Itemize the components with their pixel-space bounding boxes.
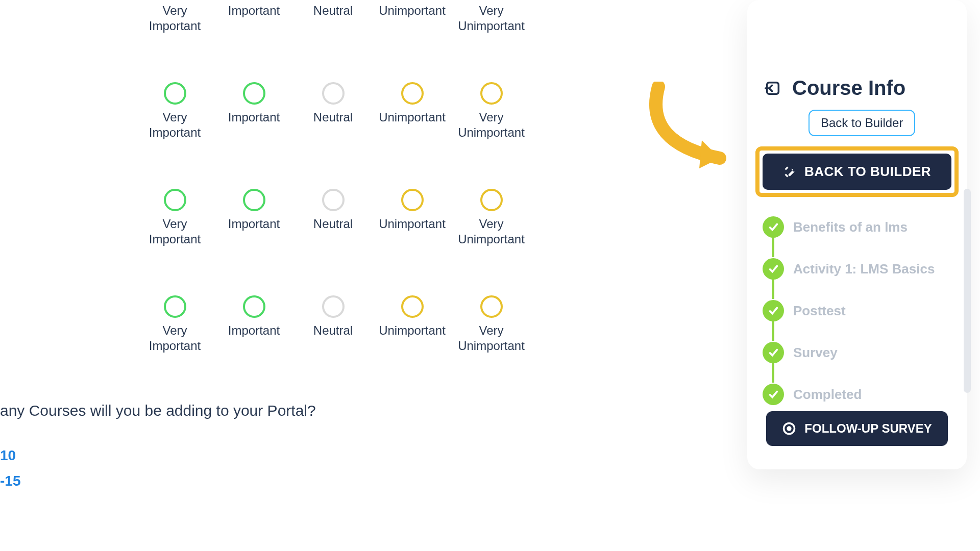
matrix-options: VeryImportant Important Neutral Unimport… bbox=[135, 295, 531, 354]
progress-label: Activity 1: LMS Basics bbox=[793, 261, 935, 277]
followup-survey-button[interactable]: FOLLOW-UP SURVEY bbox=[766, 411, 948, 446]
progress-label: Survey bbox=[793, 345, 838, 361]
back-to-builder-tooltip: Back to Builder bbox=[808, 110, 915, 136]
option-important: Important bbox=[214, 0, 293, 34]
back-arrow-icon[interactable] bbox=[763, 78, 783, 98]
radio-very-important[interactable] bbox=[164, 295, 186, 318]
progress-item[interactable]: Completed bbox=[763, 373, 951, 415]
check-icon bbox=[763, 300, 784, 321]
option-unimportant: Unimportant bbox=[373, 0, 452, 34]
progress-item[interactable]: Survey bbox=[763, 332, 951, 373]
highlighted-callout: BACK TO BUILDER bbox=[755, 146, 959, 197]
radio-neutral[interactable] bbox=[322, 82, 345, 105]
answer-option[interactable]: 10 bbox=[0, 447, 531, 464]
svg-marker-0 bbox=[699, 140, 720, 168]
svg-point-4 bbox=[787, 426, 792, 431]
progress-label: Benefits of an lms bbox=[793, 219, 908, 235]
sidebar-scrollbar[interactable] bbox=[964, 189, 971, 393]
progress-label: Posttest bbox=[793, 303, 846, 319]
radio-important[interactable] bbox=[243, 189, 265, 211]
callout-arrow-icon bbox=[633, 82, 745, 184]
option-label: Important bbox=[228, 3, 280, 18]
option-label: VeryImportant bbox=[149, 3, 201, 34]
radio-important[interactable] bbox=[243, 295, 265, 318]
progress-item[interactable]: Activity 1: LMS Basics bbox=[763, 248, 951, 290]
radio-neutral[interactable] bbox=[322, 189, 345, 211]
matrix-options: VeryImportant Important Neutral Unimport… bbox=[135, 0, 531, 34]
matrix-options: VeryImportant Important Neutral Unimport… bbox=[135, 189, 531, 247]
radio-very-important[interactable] bbox=[164, 82, 186, 105]
radio-unimportant[interactable] bbox=[401, 189, 424, 211]
button-label: BACK TO BUILDER bbox=[804, 164, 931, 180]
radio-very-important[interactable] bbox=[164, 189, 186, 211]
matrix-options: VeryImportant Important Neutral Unimport… bbox=[135, 82, 531, 140]
sidebar-header: Course Info bbox=[747, 0, 967, 99]
option-label: Unimportant bbox=[379, 3, 446, 18]
survey-question: any Courses will you be adding to your P… bbox=[0, 402, 531, 419]
check-icon bbox=[763, 342, 784, 363]
radio-very-unimportant[interactable] bbox=[480, 82, 503, 105]
matrix-row: ility VeryImportant Important Neutral Un… bbox=[0, 189, 531, 247]
check-icon bbox=[763, 384, 784, 405]
back-to-builder-button[interactable]: BACK TO BUILDER bbox=[763, 154, 951, 190]
survey-main: y VeryImportant Important Neutral Unimpo… bbox=[0, 0, 531, 498]
option-very-important: VeryImportant bbox=[135, 0, 214, 34]
progress-item[interactable]: Posttest bbox=[763, 290, 951, 332]
radio-neutral[interactable] bbox=[322, 295, 345, 318]
radio-unimportant[interactable] bbox=[401, 82, 424, 105]
answer-list: 10 -15 bbox=[0, 447, 531, 489]
tools-icon bbox=[783, 165, 797, 179]
option-very-unimportant: VeryUnimportant bbox=[452, 0, 531, 34]
check-icon bbox=[763, 258, 784, 280]
option-label: Neutral bbox=[313, 3, 353, 18]
eye-icon bbox=[782, 421, 796, 436]
course-info-panel: Course Info Back to Builder BACK TO BUIL… bbox=[747, 0, 967, 469]
matrix-row: ization VeryImportant Important Neutral … bbox=[0, 295, 531, 354]
option-neutral: Neutral bbox=[293, 0, 373, 34]
answer-option[interactable]: -15 bbox=[0, 473, 531, 489]
option-label: VeryUnimportant bbox=[458, 3, 525, 34]
progress-list: Benefits of an lms Activity 1: LMS Basic… bbox=[763, 206, 951, 415]
sidebar-title: Course Info bbox=[792, 77, 905, 99]
progress-label: Completed bbox=[793, 387, 862, 403]
radio-very-unimportant[interactable] bbox=[480, 295, 503, 318]
radio-unimportant[interactable] bbox=[401, 295, 424, 318]
matrix-row: ectiveness VeryImportant Important Neutr… bbox=[0, 82, 531, 140]
radio-important[interactable] bbox=[243, 82, 265, 105]
progress-item[interactable]: Benefits of an lms bbox=[763, 206, 951, 248]
radio-very-unimportant[interactable] bbox=[480, 189, 503, 211]
button-label: FOLLOW-UP SURVEY bbox=[804, 421, 932, 436]
check-icon bbox=[763, 216, 784, 238]
matrix-row: y VeryImportant Important Neutral Unimpo… bbox=[0, 0, 531, 34]
